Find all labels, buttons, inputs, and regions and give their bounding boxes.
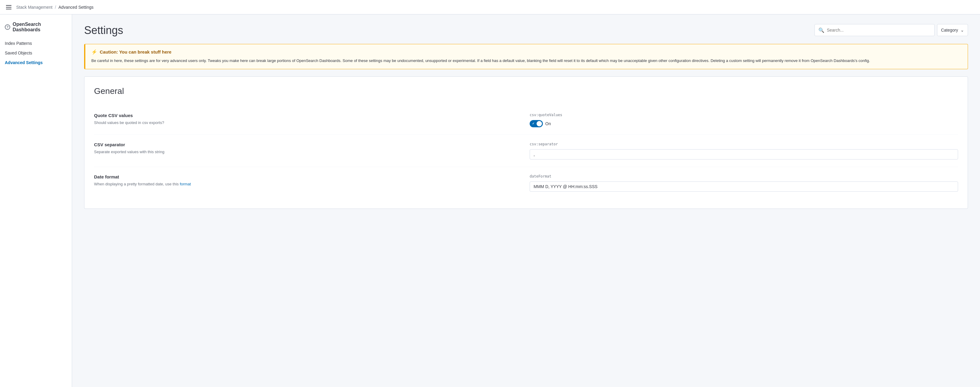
breadcrumb-separator: /	[55, 5, 56, 10]
toggle-check-icon: ✓	[532, 122, 535, 125]
sidebar-item-advanced-settings[interactable]: Advanced Settings	[0, 58, 72, 67]
setting-input-csv-separator[interactable]	[530, 149, 958, 160]
sidebar-brand-name: OpenSearch Dashboards	[13, 22, 67, 32]
main-content: Settings 🔍 Category ⌄ ⚡ Caution: You can…	[72, 14, 980, 387]
hamburger-menu[interactable]	[5, 4, 13, 11]
toggle-knob	[536, 121, 542, 126]
sidebar-item-saved-objects[interactable]: Saved Objects	[0, 48, 72, 58]
warning-title: ⚡ Caution: You can break stuff here	[91, 49, 962, 55]
setting-control-quote-csv: csv:quoteValues ✓ On	[530, 113, 958, 127]
main-layout: ? OpenSearch Dashboards Index Patterns S…	[0, 14, 980, 387]
date-format-link[interactable]: format	[180, 182, 191, 186]
setting-row-quote-csv: Quote CSV values Should values be quoted…	[94, 106, 958, 135]
warning-banner: ⚡ Caution: You can break stuff here Be c…	[84, 44, 968, 69]
setting-control-date-format: dateFormat	[530, 174, 958, 192]
search-input[interactable]	[827, 28, 931, 32]
chevron-down-icon: ⌄	[961, 28, 964, 32]
setting-label-date-format: Date format	[94, 174, 522, 179]
breadcrumb: Stack Management / Advanced Settings	[16, 5, 94, 10]
search-icon: 🔍	[818, 27, 824, 33]
setting-desc-date-format-text: When displaying a pretty formatted date,…	[94, 182, 180, 186]
setting-key-csv-separator: csv:separator	[530, 142, 958, 146]
warning-title-text: Caution: You can break stuff here	[100, 50, 172, 54]
sidebar-item-index-patterns[interactable]: Index Patterns	[0, 38, 72, 48]
setting-left-quote-csv: Quote CSV values Should values be quoted…	[94, 113, 522, 126]
top-nav: Stack Management / Advanced Settings	[0, 0, 980, 14]
setting-row-date-format: Date format When displaying a pretty for…	[94, 167, 958, 199]
toggle-quote-csv[interactable]: ✓	[530, 120, 543, 127]
setting-control-csv-separator: csv:separator	[530, 142, 958, 160]
breadcrumb-current: Advanced Settings	[59, 5, 94, 10]
setting-left-csv-separator: CSV separator Separate exported values w…	[94, 142, 522, 155]
setting-left-date-format: Date format When displaying a pretty for…	[94, 174, 522, 187]
sidebar: ? OpenSearch Dashboards Index Patterns S…	[0, 14, 72, 387]
page-title: Settings	[84, 24, 123, 37]
category-label: Category	[941, 28, 958, 32]
sidebar-brand: ? OpenSearch Dashboards	[0, 19, 72, 38]
search-bar[interactable]: 🔍	[815, 24, 935, 36]
section-title: General	[94, 86, 958, 96]
warning-bolt-icon: ⚡	[91, 49, 97, 55]
setting-row-csv-separator: CSV separator Separate exported values w…	[94, 135, 958, 167]
brand-help-icon: ?	[5, 24, 10, 30]
settings-panel: General Quote CSV values Should values b…	[84, 77, 968, 209]
page-header: Settings 🔍 Category ⌄	[84, 24, 968, 37]
category-dropdown[interactable]: Category ⌄	[937, 24, 968, 36]
warning-body: Be careful in here, these settings are f…	[91, 58, 962, 64]
setting-desc-date-format: When displaying a pretty formatted date,…	[94, 181, 522, 187]
setting-desc-quote-csv: Should values be quoted in csv exports?	[94, 120, 522, 126]
setting-label-csv-separator: CSV separator	[94, 142, 522, 147]
header-controls: 🔍 Category ⌄	[815, 24, 968, 36]
breadcrumb-parent[interactable]: Stack Management	[16, 5, 52, 10]
toggle-container-quote-csv: ✓ On	[530, 120, 958, 127]
setting-key-date-format: dateFormat	[530, 174, 958, 178]
toggle-label-quote-csv: On	[545, 121, 551, 126]
setting-label-quote-csv: Quote CSV values	[94, 113, 522, 118]
setting-input-date-format[interactable]	[530, 181, 958, 192]
setting-key-quote-csv: csv:quoteValues	[530, 113, 958, 117]
setting-desc-csv-separator: Separate exported values with this strin…	[94, 149, 522, 155]
